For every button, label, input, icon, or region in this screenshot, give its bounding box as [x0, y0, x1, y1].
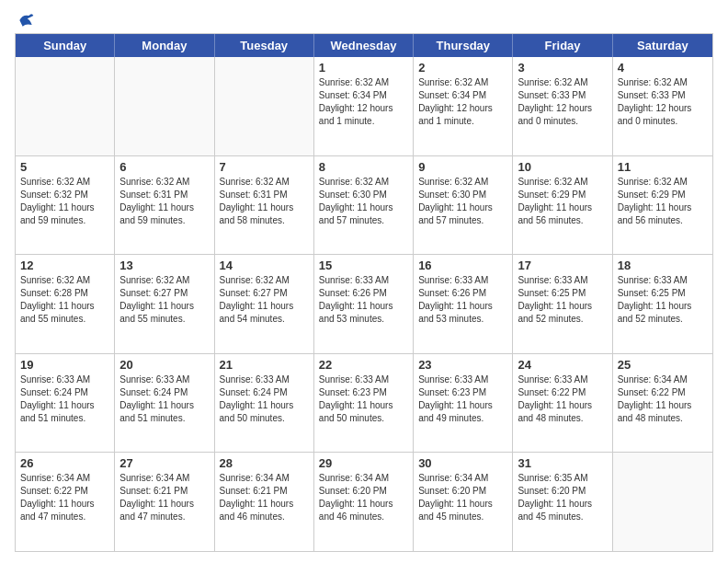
cell-info: Sunrise: 6:32 AMSunset: 6:27 PMDaylight:…: [220, 274, 309, 326]
cell-info: Sunrise: 6:34 AMSunset: 6:20 PMDaylight:…: [418, 472, 507, 523]
cell-info: Sunrise: 6:33 AMSunset: 6:24 PMDaylight:…: [220, 373, 309, 425]
calendar: Sunday Monday Tuesday Wednesday Thursday…: [15, 33, 713, 552]
page: Sunday Monday Tuesday Wednesday Thursday…: [0, 0, 728, 563]
calendar-cell: 19Sunrise: 6:33 AMSunset: 6:24 PMDayligh…: [16, 354, 115, 453]
calendar-cell: 18Sunrise: 6:33 AMSunset: 6:25 PMDayligh…: [613, 255, 712, 353]
cell-info: Sunrise: 6:32 AMSunset: 6:29 PMDaylight:…: [518, 176, 607, 227]
calendar-row-4: 19Sunrise: 6:33 AMSunset: 6:24 PMDayligh…: [16, 353, 712, 453]
cell-info: Sunrise: 6:32 AMSunset: 6:34 PMDaylight:…: [319, 76, 408, 128]
calendar-cell: 12Sunrise: 6:32 AMSunset: 6:28 PMDayligh…: [16, 255, 115, 353]
logo: [15, 11, 35, 26]
cell-info: Sunrise: 6:32 AMSunset: 6:28 PMDaylight:…: [20, 274, 109, 326]
day-number: 10: [518, 160, 607, 174]
day-number: 23: [418, 358, 507, 372]
header-monday: Monday: [115, 34, 214, 57]
day-number: 2: [418, 61, 507, 75]
day-number: 5: [20, 160, 109, 174]
calendar-cell: 11Sunrise: 6:32 AMSunset: 6:29 PMDayligh…: [613, 156, 712, 255]
logo-bird-icon: [17, 11, 35, 29]
calendar-cell: 24Sunrise: 6:33 AMSunset: 6:22 PMDayligh…: [513, 354, 612, 453]
cell-info: Sunrise: 6:34 AMSunset: 6:21 PMDaylight:…: [220, 472, 309, 523]
calendar-row-1: 1Sunrise: 6:32 AMSunset: 6:34 PMDaylight…: [16, 57, 712, 155]
day-number: 16: [418, 259, 507, 272]
calendar-cell: 17Sunrise: 6:33 AMSunset: 6:25 PMDayligh…: [513, 255, 612, 353]
cell-info: Sunrise: 6:35 AMSunset: 6:20 PMDaylight:…: [518, 472, 607, 523]
day-number: 3: [518, 61, 607, 75]
calendar-cell: 27Sunrise: 6:34 AMSunset: 6:21 PMDayligh…: [115, 453, 214, 551]
cell-info: Sunrise: 6:33 AMSunset: 6:23 PMDaylight:…: [319, 373, 408, 425]
day-number: 28: [220, 456, 309, 470]
calendar-cell: [215, 57, 314, 155]
cell-info: Sunrise: 6:34 AMSunset: 6:20 PMDaylight:…: [319, 472, 408, 523]
cell-info: Sunrise: 6:33 AMSunset: 6:25 PMDaylight:…: [518, 274, 607, 326]
calendar-cell: 8Sunrise: 6:32 AMSunset: 6:30 PMDaylight…: [314, 156, 414, 255]
cell-info: Sunrise: 6:34 AMSunset: 6:22 PMDaylight:…: [618, 373, 708, 425]
cell-info: Sunrise: 6:33 AMSunset: 6:22 PMDaylight:…: [518, 373, 607, 425]
calendar-cell: [613, 453, 712, 551]
header-saturday: Saturday: [613, 34, 712, 57]
day-number: 13: [119, 259, 209, 272]
calendar-cell: 6Sunrise: 6:32 AMSunset: 6:31 PMDaylight…: [115, 156, 214, 255]
calendar-cell: 1Sunrise: 6:32 AMSunset: 6:34 PMDaylight…: [314, 57, 414, 155]
cell-info: Sunrise: 6:32 AMSunset: 6:29 PMDaylight:…: [618, 176, 708, 227]
day-number: 11: [618, 160, 708, 174]
calendar-cell: 2Sunrise: 6:32 AMSunset: 6:34 PMDaylight…: [414, 57, 513, 155]
day-number: 31: [518, 456, 607, 470]
cell-info: Sunrise: 6:34 AMSunset: 6:21 PMDaylight:…: [119, 472, 209, 523]
day-number: 21: [220, 358, 309, 372]
header: [15, 11, 713, 26]
header-tuesday: Tuesday: [215, 34, 314, 57]
day-number: 17: [518, 259, 607, 272]
cell-info: Sunrise: 6:32 AMSunset: 6:33 PMDaylight:…: [518, 76, 607, 128]
cell-info: Sunrise: 6:32 AMSunset: 6:31 PMDaylight:…: [220, 176, 309, 227]
calendar-cell: 14Sunrise: 6:32 AMSunset: 6:27 PMDayligh…: [215, 255, 314, 353]
calendar-row-5: 26Sunrise: 6:34 AMSunset: 6:22 PMDayligh…: [16, 452, 712, 551]
calendar-cell: 7Sunrise: 6:32 AMSunset: 6:31 PMDaylight…: [215, 156, 314, 255]
day-number: 1: [319, 61, 408, 75]
calendar-cell: 23Sunrise: 6:33 AMSunset: 6:23 PMDayligh…: [414, 354, 513, 453]
day-number: 29: [319, 456, 408, 470]
calendar-row-2: 5Sunrise: 6:32 AMSunset: 6:32 PMDaylight…: [16, 155, 712, 255]
calendar-cell: [115, 57, 214, 155]
header-thursday: Thursday: [414, 34, 513, 57]
calendar-cell: 20Sunrise: 6:33 AMSunset: 6:24 PMDayligh…: [115, 354, 214, 453]
day-number: 6: [119, 160, 209, 174]
calendar-cell: 10Sunrise: 6:32 AMSunset: 6:29 PMDayligh…: [513, 156, 612, 255]
day-number: 8: [319, 160, 408, 174]
cell-info: Sunrise: 6:32 AMSunset: 6:32 PMDaylight:…: [20, 176, 109, 227]
cell-info: Sunrise: 6:33 AMSunset: 6:25 PMDaylight:…: [618, 274, 708, 326]
cell-info: Sunrise: 6:33 AMSunset: 6:26 PMDaylight:…: [319, 274, 408, 326]
calendar-cell: 4Sunrise: 6:32 AMSunset: 6:33 PMDaylight…: [613, 57, 712, 155]
calendar-cell: 31Sunrise: 6:35 AMSunset: 6:20 PMDayligh…: [513, 453, 612, 551]
calendar-cell: [16, 57, 115, 155]
calendar-header: Sunday Monday Tuesday Wednesday Thursday…: [16, 34, 712, 57]
calendar-cell: 16Sunrise: 6:33 AMSunset: 6:26 PMDayligh…: [414, 255, 513, 353]
calendar-cell: 22Sunrise: 6:33 AMSunset: 6:23 PMDayligh…: [314, 354, 414, 453]
day-number: 12: [20, 259, 109, 272]
calendar-cell: 25Sunrise: 6:34 AMSunset: 6:22 PMDayligh…: [613, 354, 712, 453]
day-number: 4: [618, 61, 708, 75]
calendar-cell: 9Sunrise: 6:32 AMSunset: 6:30 PMDaylight…: [414, 156, 513, 255]
day-number: 18: [618, 259, 708, 272]
cell-info: Sunrise: 6:32 AMSunset: 6:30 PMDaylight:…: [319, 176, 408, 227]
cell-info: Sunrise: 6:33 AMSunset: 6:24 PMDaylight:…: [119, 373, 209, 425]
day-number: 25: [618, 358, 708, 372]
cell-info: Sunrise: 6:33 AMSunset: 6:23 PMDaylight:…: [418, 373, 507, 425]
day-number: 22: [319, 358, 408, 372]
calendar-cell: 21Sunrise: 6:33 AMSunset: 6:24 PMDayligh…: [215, 354, 314, 453]
cell-info: Sunrise: 6:32 AMSunset: 6:27 PMDaylight:…: [119, 274, 209, 326]
day-number: 27: [119, 456, 209, 470]
cell-info: Sunrise: 6:34 AMSunset: 6:22 PMDaylight:…: [20, 472, 109, 523]
calendar-cell: 28Sunrise: 6:34 AMSunset: 6:21 PMDayligh…: [215, 453, 314, 551]
cell-info: Sunrise: 6:32 AMSunset: 6:33 PMDaylight:…: [618, 76, 708, 128]
day-number: 14: [220, 259, 309, 272]
calendar-cell: 30Sunrise: 6:34 AMSunset: 6:20 PMDayligh…: [414, 453, 513, 551]
cell-info: Sunrise: 6:33 AMSunset: 6:24 PMDaylight:…: [20, 373, 109, 425]
day-number: 7: [220, 160, 309, 174]
calendar-cell: 3Sunrise: 6:32 AMSunset: 6:33 PMDaylight…: [513, 57, 612, 155]
day-number: 20: [119, 358, 209, 372]
header-sunday: Sunday: [16, 34, 115, 57]
day-number: 26: [20, 456, 109, 470]
header-wednesday: Wednesday: [314, 34, 414, 57]
day-number: 15: [319, 259, 408, 272]
